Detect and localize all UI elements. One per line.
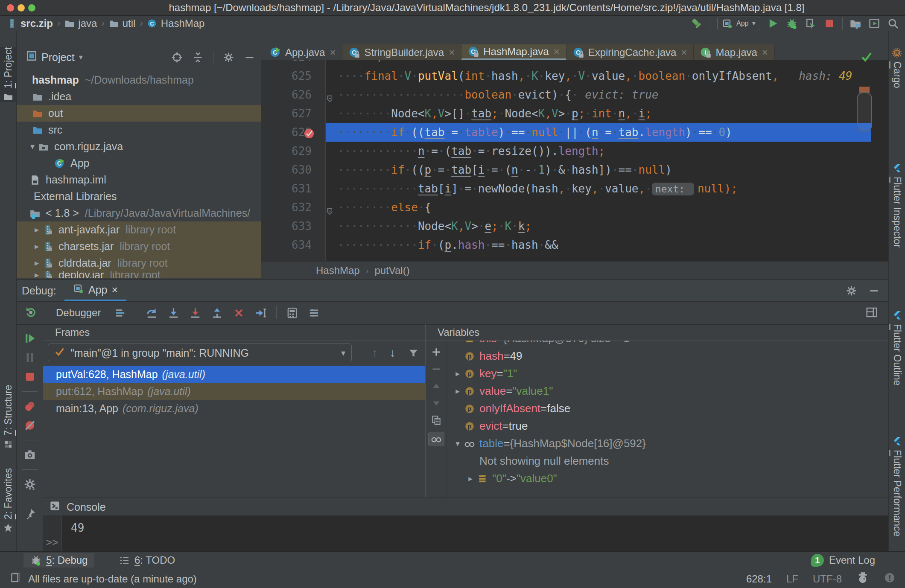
force-step-into-icon[interactable] — [189, 307, 201, 319]
breadcrumb-item[interactable]: java — [64, 17, 97, 29]
code-line-628[interactable]: 628········if·((tab·=·table)·==·null·||·… — [261, 123, 888, 142]
settings-gear-dd-icon[interactable] — [23, 478, 36, 491]
project-tree-item[interactable]: hashmap.iml — [17, 172, 261, 188]
code-line-630[interactable]: 630········if·((p·=·tab[i·=·(n·-·1)·&·ha… — [261, 160, 888, 179]
project-tree-item[interactable]: src — [17, 122, 261, 138]
zoom-icon[interactable] — [28, 4, 35, 12]
rerun-icon[interactable] — [24, 306, 37, 320]
code-line-627[interactable]: 627········Node<K,V>[]·tab;·Node<K,V>·p;… — [261, 104, 888, 123]
run-to-cursor-icon[interactable] — [254, 307, 267, 319]
editor-tab-stringbuilder.java[interactable]: CStringBuilder.java× — [342, 44, 461, 60]
stop-button[interactable] — [823, 17, 835, 29]
hide-icon[interactable] — [244, 52, 255, 63]
code-line-634[interactable]: 634············if·(p.hash·==·hash·&& — [261, 236, 888, 254]
project-view-selector[interactable]: Project ▾ — [26, 48, 83, 67]
line-number[interactable]: 631 — [261, 179, 312, 198]
tree-expand-icon[interactable]: ▸ — [31, 238, 42, 255]
resume-icon[interactable] — [23, 332, 36, 345]
tree-expand-icon[interactable]: ▸ — [31, 221, 42, 238]
editor-scrollbar-thumb[interactable] — [857, 92, 872, 131]
frame-row[interactable]: putVal:628, HashMap(java.util) — [43, 366, 425, 383]
watch-glasses-icon[interactable] — [428, 432, 444, 446]
tree-expand-icon[interactable]: ▸ — [464, 474, 477, 483]
variable-row[interactable]: this = {HashMap@576} size = 1 — [447, 341, 888, 347]
line-number[interactable]: 632 — [261, 198, 312, 217]
exclamation-icon[interactable] — [884, 572, 896, 586]
line-number[interactable]: 633 — [261, 217, 312, 236]
breadcrumb-item[interactable]: CHashMap — [147, 17, 205, 29]
code-editor[interactable]: 624·····*/625····final·V·putVal(int·hash… — [261, 60, 888, 261]
close-icon[interactable]: × — [762, 47, 768, 58]
code-line-629[interactable]: 629············n·=·(tab·=·resize()).leng… — [261, 142, 888, 160]
toolwindow-button--todo[interactable]: 6: TODO — [112, 553, 182, 568]
line-number[interactable]: 627 — [261, 104, 312, 123]
code-line-626[interactable]: 626···················boolean·evict)·{· … — [261, 85, 888, 104]
terminal-run-button[interactable] — [868, 17, 880, 29]
editor-tab-expiringcache.java[interactable]: CExpiringCache.java× — [566, 44, 694, 60]
event-log-button[interactable]: 1 Event Log — [811, 553, 875, 568]
filter-funnel-icon[interactable] — [408, 347, 419, 359]
tree-expand-icon[interactable]: ▾ — [27, 138, 38, 155]
remove-minus-icon[interactable] — [431, 364, 442, 375]
frame-row[interactable]: put:612, HashMap(java.util) — [43, 383, 425, 400]
variable-row[interactable]: ▾table = {HashMap$Node[16]@592} — [447, 435, 888, 452]
variable-row[interactable]: phash = 49 — [447, 347, 888, 365]
console-prompt-mark[interactable]: >> — [46, 536, 58, 548]
debug-session-tab[interactable]: App × — [64, 280, 126, 301]
tool-window-stripe-flutter-inspector[interactable]: Flutter Inspector — [889, 163, 905, 247]
mute-breakpoints-icon[interactable] — [23, 419, 36, 432]
view-options-icon[interactable] — [308, 307, 320, 319]
tri-up-icon[interactable] — [431, 381, 442, 392]
console-output[interactable]: >> 49 — [43, 515, 888, 552]
run-configuration-selector[interactable]: App▾ — [717, 17, 760, 30]
hector-icon[interactable] — [856, 571, 869, 587]
debugger-tab-label[interactable]: Debugger — [56, 301, 101, 324]
coverage-button[interactable] — [805, 17, 817, 29]
close-icon[interactable] — [7, 4, 14, 12]
project-tree-item[interactable]: External Libraries — [17, 188, 261, 205]
code-line-631[interactable]: 631············tab[i]·=·newNode(hash,·ke… — [261, 179, 888, 198]
tool-window-stripe--project[interactable]: 1: Project — [0, 47, 16, 102]
minimize-icon[interactable] — [18, 4, 25, 12]
tree-expand-icon[interactable]: ▾ — [451, 439, 464, 448]
locate-icon[interactable] — [171, 52, 183, 63]
file-encoding[interactable]: UTF-8 — [813, 573, 842, 585]
add-plus-icon[interactable] — [431, 346, 442, 358]
stop-icon[interactable] — [23, 370, 36, 383]
variable-row[interactable]: ▸pkey = "1" — [447, 365, 888, 382]
close-icon[interactable]: × — [330, 47, 336, 58]
editor-breadcrumb-item[interactable]: HashMap — [316, 265, 360, 277]
tree-expand-icon[interactable]: ▸ — [31, 271, 42, 278]
editor-tab-app.java[interactable]: CApp.java× — [263, 44, 342, 60]
close-icon[interactable]: × — [681, 47, 687, 58]
tool-window-stripe-cargo[interactable]: RCargo — [889, 48, 905, 88]
step-out-icon[interactable] — [211, 307, 223, 319]
variable-row[interactable]: Not showing null elements — [447, 452, 888, 470]
tool-window-stripe--structure[interactable]: 7: Structure — [0, 385, 16, 449]
close-icon[interactable]: × — [449, 47, 455, 58]
variable-row[interactable]: ponlyIfAbsent = false — [447, 400, 888, 417]
tree-expand-icon[interactable]: ▸ — [451, 369, 464, 378]
project-tree-item[interactable]: ▾com.riguz.java — [17, 138, 261, 155]
close-icon[interactable]: × — [554, 46, 560, 58]
tree-expand-icon[interactable]: ▸ — [451, 386, 464, 396]
line-number[interactable]: 625 — [261, 67, 312, 85]
evaluate-expression-icon[interactable] — [286, 307, 298, 319]
pin-icon[interactable] — [23, 507, 36, 520]
console-tab-button[interactable]: Console — [43, 498, 888, 516]
settings-gear-icon[interactable] — [223, 52, 234, 63]
layout-settings-icon[interactable] — [865, 306, 878, 320]
variable-row[interactable]: ▸"0" -> "value0" — [447, 470, 888, 487]
line-number[interactable]: 624 — [261, 60, 312, 67]
project-tree-item[interactable]: ▸ant-javafx.jarlibrary root — [17, 221, 261, 238]
code-line-632[interactable]: 632········else·{ — [261, 198, 888, 217]
project-tree-item[interactable]: < 1.8 >/Library/Java/JavaVirtualMachines… — [17, 205, 261, 221]
editor-breadcrumb-item[interactable]: putVal() — [374, 265, 409, 277]
code-line-625[interactable]: 625····final·V·putVal(int·hash,·K·key,·V… — [261, 67, 888, 85]
arrow-down-icon[interactable]: ↓ — [390, 346, 396, 360]
breadcrumb-item[interactable]: src.zip — [7, 17, 53, 29]
tool-window-stripe-flutter-performance[interactable]: Flutter Performance — [889, 436, 905, 536]
code-line-633[interactable]: 633············Node<K,V>·e;·K·k; — [261, 217, 888, 236]
project-tree-item[interactable]: ▸charsets.jarlibrary root — [17, 238, 261, 255]
arrow-up-icon[interactable]: ↑ — [372, 346, 378, 360]
